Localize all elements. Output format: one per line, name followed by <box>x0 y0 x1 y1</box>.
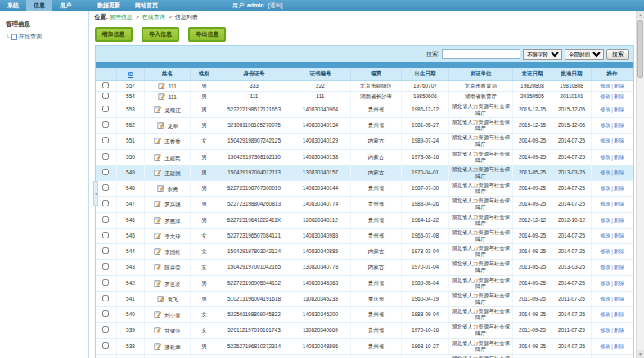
row-select-checkbox[interactable] <box>102 232 109 238</box>
row-select-checkbox[interactable] <box>102 200 109 206</box>
row-select-checkbox[interactable] <box>102 82 109 88</box>
person-name: 111 <box>169 84 177 89</box>
row-select-checkbox[interactable] <box>102 216 109 223</box>
scroll-down-arrow-icon[interactable]: ▼ <box>637 350 644 358</box>
delete-link[interactable]: 删除 <box>614 280 624 286</box>
import-info-button[interactable]: 导入信息 <box>142 27 179 42</box>
search-time-select[interactable]: 全部时间 <box>565 49 604 60</box>
edit-note-icon[interactable] <box>154 342 161 350</box>
edit-note-icon[interactable] <box>154 169 161 176</box>
row-select-checkbox[interactable] <box>102 153 109 160</box>
delete-link[interactable]: 删除 <box>614 264 624 270</box>
edit-note-icon[interactable] <box>157 184 164 192</box>
edit-link[interactable]: 修改 <box>600 93 610 99</box>
breadcrumb-link-manage[interactable]: 管理信息 <box>110 14 133 20</box>
edit-link[interactable]: 修改 <box>600 106 610 112</box>
edit-link[interactable]: 修改 <box>600 217 610 223</box>
row-select-checkbox[interactable] <box>102 169 109 175</box>
search-button[interactable]: 搜索 <box>606 49 629 60</box>
cell-approve-date: 2014-07-25 <box>552 354 592 358</box>
row-select-checkbox[interactable] <box>102 279 109 286</box>
delete-link[interactable]: 删除 <box>614 93 624 99</box>
sidebar-title: 管理信息 <box>6 20 88 29</box>
edit-link[interactable]: 修改 <box>600 327 610 333</box>
edit-link[interactable]: 修改 <box>600 296 610 301</box>
edit-note-icon[interactable] <box>157 121 164 129</box>
edit-link[interactable]: 修改 <box>600 311 610 317</box>
row-select-checkbox[interactable] <box>102 326 109 333</box>
column-header-0[interactable]: ID <box>117 68 145 80</box>
nav-item-2[interactable]: 用户 <box>52 0 79 11</box>
delete-link[interactable]: 删除 <box>614 233 624 238</box>
edit-link[interactable]: 修改 <box>600 154 610 160</box>
row-select-checkbox[interactable] <box>102 342 109 349</box>
edit-note-icon[interactable] <box>154 263 161 270</box>
edit-note-icon[interactable] <box>158 93 165 100</box>
row-select-checkbox[interactable] <box>102 295 109 301</box>
edit-link[interactable]: 修改 <box>600 248 610 254</box>
edit-link[interactable]: 修改 <box>600 343 610 349</box>
edit-link[interactable]: 修改 <box>600 138 610 143</box>
nav-item-0[interactable]: 系统 <box>0 0 26 11</box>
edit-note-icon[interactable] <box>154 326 161 333</box>
delete-link[interactable]: 删除 <box>614 154 624 160</box>
edit-note-icon[interactable] <box>154 200 161 207</box>
edit-note-icon[interactable] <box>154 153 161 161</box>
search-label: 搜索: <box>426 50 439 58</box>
edit-note-icon[interactable] <box>154 232 161 239</box>
vertical-scrollbar[interactable]: ▲ ▼ <box>636 11 644 358</box>
row-select-checkbox[interactable] <box>102 184 109 191</box>
edit-note-icon[interactable] <box>154 216 161 224</box>
row-select-checkbox[interactable] <box>102 93 109 99</box>
sidebar-item-online-query[interactable]: └ 在线查询 <box>6 33 88 41</box>
edit-link[interactable]: 修改 <box>600 170 610 175</box>
edit-note-icon[interactable] <box>154 137 161 144</box>
search-field-select[interactable]: 不限字段 <box>523 49 562 60</box>
row-select-checkbox[interactable] <box>102 263 109 270</box>
delete-link[interactable]: 删除 <box>614 170 624 175</box>
edit-note-icon[interactable] <box>154 106 161 113</box>
edit-note-icon[interactable] <box>157 295 164 302</box>
edit-link[interactable]: 修改 <box>600 83 610 88</box>
delete-link[interactable]: 删除 <box>614 248 624 254</box>
delete-link[interactable]: 删除 <box>614 83 624 88</box>
breadcrumb-link-query[interactable]: 在线查询 <box>142 14 165 20</box>
logout-link[interactable]: [退出] <box>268 2 282 8</box>
delete-link[interactable]: 删除 <box>614 106 624 112</box>
export-info-button[interactable]: 导出信息 <box>188 27 226 42</box>
row-select-checkbox[interactable] <box>102 310 109 317</box>
edit-note-icon[interactable] <box>154 247 161 255</box>
delete-link[interactable]: 删除 <box>614 185 624 191</box>
add-info-button[interactable]: 增加信息 <box>95 27 133 42</box>
cell-birth-date: 1989-05-04 <box>402 275 449 291</box>
search-input[interactable] <box>442 49 520 59</box>
row-select-checkbox[interactable] <box>102 121 109 128</box>
edit-note-icon[interactable] <box>154 310 161 318</box>
edit-link[interactable]: 修改 <box>600 185 610 191</box>
delete-link[interactable]: 删除 <box>614 138 624 143</box>
delete-link[interactable]: 删除 <box>614 122 624 128</box>
delete-link[interactable]: 删除 <box>614 296 624 301</box>
delete-link[interactable]: 删除 <box>614 327 624 333</box>
row-select-checkbox[interactable] <box>102 247 109 254</box>
edit-note-icon[interactable] <box>154 279 161 287</box>
delete-link[interactable]: 删除 <box>614 217 624 223</box>
nav-item-3[interactable]: 数据更新 <box>90 0 128 11</box>
column-header-checkbox <box>96 68 117 80</box>
delete-link[interactable]: 删除 <box>614 311 624 317</box>
scrollbar-thumb[interactable] <box>637 20 643 78</box>
delete-link[interactable]: 删除 <box>614 201 624 206</box>
scroll-up-arrow-icon[interactable]: ▲ <box>637 11 644 19</box>
row-select-checkbox[interactable] <box>102 137 109 143</box>
edit-link[interactable]: 修改 <box>600 201 610 206</box>
nav-item-4[interactable]: 网站首页 <box>128 0 165 11</box>
edit-link[interactable]: 修改 <box>600 122 610 128</box>
edit-link[interactable]: 修改 <box>600 264 610 270</box>
delete-link[interactable]: 删除 <box>614 343 624 349</box>
edit-link[interactable]: 修改 <box>600 280 610 286</box>
row-select-checkbox[interactable] <box>102 106 109 112</box>
edit-note-icon[interactable] <box>158 82 165 89</box>
edit-link[interactable]: 修改 <box>600 233 610 238</box>
sidebar-collapse-handle[interactable]: ◄ <box>93 181 98 206</box>
nav-item-1[interactable]: 信息 <box>26 0 52 11</box>
